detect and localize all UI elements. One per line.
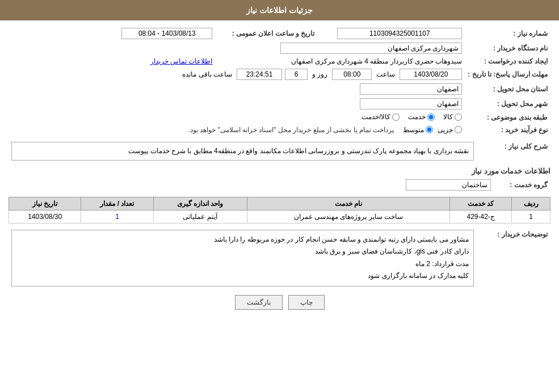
service-group-label: گروه خدمت : bbox=[494, 178, 550, 192]
category-radio-group: کالا خدمت کالا/خدمت bbox=[362, 113, 462, 121]
city-label: شهر محل تحویل : bbox=[465, 96, 550, 111]
city-input[interactable] bbox=[360, 98, 462, 109]
process-label: نوع فرآیند خرید : bbox=[465, 124, 550, 136]
description-value: نقشه برداری با بهیاد مجموعه پارک تندرستی… bbox=[11, 142, 474, 161]
deadline-time-input[interactable] bbox=[332, 69, 372, 80]
buyer-note-line: دارای کادر فنی gis، کارشناسان فضای سبز و… bbox=[16, 246, 469, 258]
process-option-medium[interactable]: متوسط bbox=[403, 126, 433, 134]
deadline-days-input[interactable] bbox=[285, 69, 308, 80]
announce-label: تاریخ و ساعت اعلان عمومی : bbox=[215, 26, 317, 41]
category-option-both[interactable]: کالا/خدمت bbox=[362, 113, 400, 121]
cell-name: ساخت سایر پروژه‌های مهندسی عمران bbox=[247, 210, 450, 223]
service-group-input[interactable] bbox=[406, 179, 491, 191]
need-number-input[interactable] bbox=[337, 28, 462, 39]
buyer-org-input[interactable] bbox=[280, 43, 462, 54]
services-table: ردیف کد خدمت نام خدمت واحد اندازه گیری ت… bbox=[9, 197, 550, 224]
description-section: شرح کلی نیاز : نقشه برداری با بهیاد مجمو… bbox=[9, 140, 550, 162]
announce-input[interactable] bbox=[121, 28, 212, 39]
cell-date: 1403/08/30 bbox=[9, 210, 81, 223]
deadline-date-input[interactable] bbox=[400, 69, 462, 80]
category-label: طبقه بندی موضوعی : bbox=[465, 111, 550, 124]
province-label: استان محل تحویل : bbox=[465, 82, 550, 96]
deadline-time-label: ساعت bbox=[376, 70, 395, 78]
buyer-note-line: مشاور می بایستی دارای رتبه توانمندی و سا… bbox=[16, 234, 469, 246]
buyer-notes-label: توضیحات خریدار : bbox=[477, 228, 550, 288]
cell-code: ج-42-429 bbox=[450, 210, 512, 223]
creator-label: ایجاد کننده درخواست : bbox=[465, 56, 550, 67]
description-label: شرح کلی نیاز : bbox=[477, 140, 550, 162]
buyer-note-line: کلیه مدارک در سامانه بارگزاری شود bbox=[16, 270, 469, 283]
col-code: کد خدمت bbox=[450, 197, 512, 210]
process-option-partial[interactable]: جزیی bbox=[438, 126, 462, 134]
category-option-goods[interactable]: کالا bbox=[443, 113, 462, 121]
process-note: پرداخت تمام یا بخشی از مبلغ خریدار محل "… bbox=[188, 126, 394, 134]
province-input[interactable] bbox=[360, 83, 462, 95]
cell-unit: آیتم عملیاتی bbox=[153, 210, 247, 223]
contact-info-link[interactable]: اطلاعات تماس خریدار bbox=[150, 57, 213, 65]
info-table: شماره نیاز : تاریخ و ساعت اعلان عمومی : … bbox=[9, 26, 550, 136]
cell-qty: 1 bbox=[81, 210, 153, 223]
buyer-note-line: مدت قرارداد: 2 ماه bbox=[16, 258, 469, 271]
creator-value: سیدوهاب حضری کاربردار منطقه 4 شهرداری مر… bbox=[291, 57, 462, 65]
remain-label: ساعت باقی مانده bbox=[182, 70, 232, 78]
page-header: جزئیات اطلاعات نیاز bbox=[0, 0, 559, 20]
print-button[interactable]: چاپ bbox=[288, 295, 325, 310]
deadline-label: مهلت ارسال پاسخ: تا تاریخ : bbox=[465, 67, 550, 82]
col-name: نام خدمت bbox=[247, 197, 450, 210]
buyer-notes-value: مشاور می بایستی دارای رتبه توانمندی و سا… bbox=[11, 230, 474, 286]
buyer-notes-section: توضیحات خریدار : مشاور می بایستی دارای ر… bbox=[9, 228, 550, 288]
col-row: ردیف bbox=[512, 197, 550, 210]
buyer-org-label: نام دستگاه خریدار : bbox=[465, 41, 550, 56]
col-qty: تعداد / مقدار bbox=[81, 197, 153, 210]
table-row: 1 ج-42-429 ساخت سایر پروژه‌های مهندسی عم… bbox=[9, 210, 550, 223]
cell-row: 1 bbox=[512, 210, 550, 223]
buttons-row: چاپ بازگشت bbox=[9, 295, 550, 310]
service-group-table: گروه خدمت : bbox=[9, 178, 550, 192]
category-option-service[interactable]: خدمت bbox=[408, 113, 435, 121]
need-number-label: شماره نیاز : bbox=[465, 26, 550, 41]
back-button[interactable]: بازگشت bbox=[235, 295, 283, 310]
service-info-title: اطلاعات خدمات مورد نیاز bbox=[9, 167, 550, 175]
deadline-days-label: روز و bbox=[312, 70, 327, 78]
remain-time-input[interactable] bbox=[237, 69, 282, 80]
col-date: تاریخ نیاز bbox=[9, 197, 81, 210]
col-unit: واحد اندازه گیری bbox=[153, 197, 247, 210]
page-title: جزئیات اطلاعات نیاز bbox=[246, 6, 313, 15]
